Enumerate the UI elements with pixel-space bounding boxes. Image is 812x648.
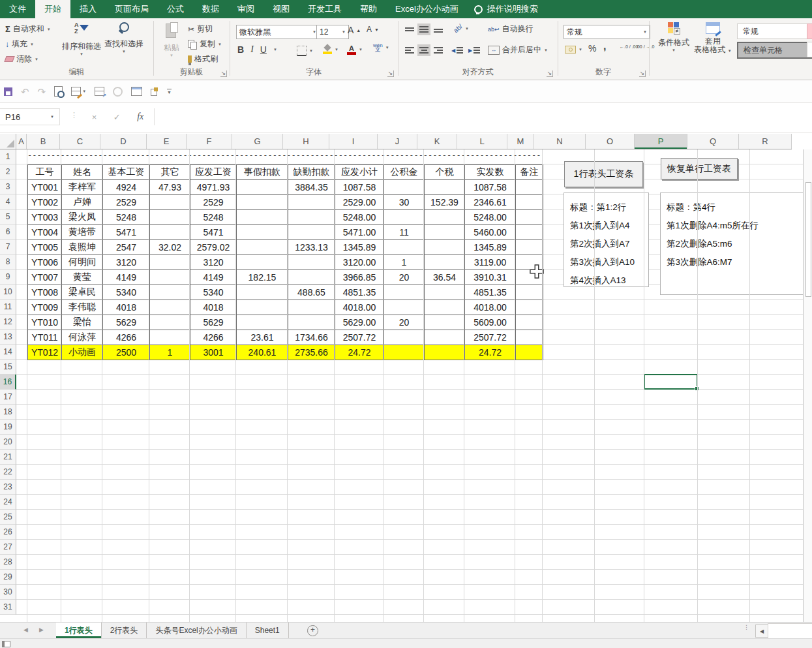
row-header-24[interactable]: 24: [0, 495, 16, 510]
column-header-H[interactable]: H: [283, 134, 329, 149]
number-dialog-launcher[interactable]: ↘: [639, 70, 646, 77]
number-format-combo[interactable]: 常规 ▼: [564, 25, 650, 39]
table-cell[interactable]: [516, 240, 543, 255]
table-cell[interactable]: 24.72: [465, 345, 516, 360]
table-cell[interactable]: [237, 180, 288, 195]
row-header-16[interactable]: 16: [0, 375, 16, 390]
table-cell[interactable]: 5471: [190, 225, 237, 240]
table-cell[interactable]: [425, 255, 465, 270]
table-cell[interactable]: [150, 285, 190, 300]
row-header-29[interactable]: 29: [0, 570, 16, 585]
table-cell[interactable]: YT006: [28, 255, 62, 270]
increase-font-button[interactable]: A▲: [348, 25, 361, 35]
sheet-nav-right-icon[interactable]: ▶: [39, 626, 44, 633]
table-cell[interactable]: 3001: [190, 345, 237, 360]
copy-button[interactable]: 复制 ▼: [188, 39, 222, 50]
table-cell[interactable]: 5471.00: [335, 225, 384, 240]
ribbon-tab-审阅[interactable]: 审阅: [228, 0, 263, 18]
column-header-A[interactable]: A: [16, 134, 27, 149]
table-cell[interactable]: YT007: [28, 270, 62, 285]
row-header-28[interactable]: 28: [0, 555, 16, 570]
table-cell[interactable]: [425, 285, 465, 300]
table-cell[interactable]: 应发小计: [335, 165, 384, 180]
align-right-button[interactable]: [432, 44, 445, 56]
column-header-B[interactable]: B: [27, 134, 60, 149]
row-header-8[interactable]: 8: [0, 255, 16, 270]
table-cell[interactable]: 工号: [28, 165, 62, 180]
table-cell[interactable]: [237, 315, 288, 330]
table-cell[interactable]: 4266: [190, 330, 237, 345]
table-cell[interactable]: YT008: [28, 285, 62, 300]
table-cell[interactable]: 23.61: [237, 330, 288, 345]
table-cell[interactable]: 36.54: [425, 270, 465, 285]
table-cell[interactable]: 基本工资: [103, 165, 150, 180]
table-format-tool[interactable]: ▼: [71, 87, 86, 96]
print-preview-icon[interactable]: [54, 86, 63, 97]
table-cell[interactable]: 20: [384, 315, 425, 330]
merge-center-button[interactable]: ↔ 合并后居中 ▼: [488, 44, 548, 55]
row-header-27[interactable]: 27: [0, 540, 16, 555]
table-cell[interactable]: 梁火凤: [62, 210, 103, 225]
table-cell[interactable]: [150, 255, 190, 270]
font-color-button[interactable]: A ▼: [347, 44, 363, 55]
table-cell[interactable]: 黄培带: [62, 225, 103, 240]
undo-icon[interactable]: ↶: [21, 87, 29, 97]
table-cell[interactable]: 4851.35: [465, 285, 516, 300]
tell-me-search[interactable]: 操作说明搜索: [468, 0, 538, 18]
conditional-formatting-button[interactable]: ≠ 条件格式 ▼: [655, 22, 692, 52]
table-cell[interactable]: [237, 300, 288, 315]
insert-function-icon[interactable]: fx: [137, 112, 143, 122]
table-cell[interactable]: 应发工资: [190, 165, 237, 180]
table-cell[interactable]: 2346.61: [465, 195, 516, 210]
row-header-11[interactable]: 11: [0, 300, 16, 315]
table-cell[interactable]: [516, 225, 543, 240]
restore-single-row-table-button[interactable]: 恢复单行工资表: [661, 158, 738, 179]
table-cell[interactable]: [516, 345, 543, 360]
underline-button[interactable]: U: [260, 44, 267, 55]
table-cell[interactable]: 4018: [190, 300, 237, 315]
table-cell[interactable]: 梁卓民: [62, 285, 103, 300]
table-cell[interactable]: 20: [384, 270, 425, 285]
table-cell[interactable]: 2579.02: [190, 240, 237, 255]
table-cell[interactable]: [288, 300, 335, 315]
column-header-F[interactable]: F: [187, 134, 232, 149]
table-cell[interactable]: 182.15: [237, 270, 288, 285]
find-select-button[interactable]: 查找和选择 ▼: [103, 22, 145, 54]
table-cell[interactable]: 3884.35: [288, 180, 335, 195]
ribbon-tab-开发工具[interactable]: 开发工具: [299, 0, 351, 18]
table-cell[interactable]: 3910.31: [465, 270, 516, 285]
table-cell[interactable]: 11: [384, 225, 425, 240]
autosum-button[interactable]: Σ 自动求和 ▼: [5, 23, 51, 35]
table-cell[interactable]: 5460.00: [465, 225, 516, 240]
table-cell[interactable]: 1233.13: [288, 240, 335, 255]
table-cell[interactable]: 1345.89: [335, 240, 384, 255]
table-cell[interactable]: [237, 195, 288, 210]
table-cell[interactable]: 2529.00: [335, 195, 384, 210]
table-cell[interactable]: [237, 240, 288, 255]
table-cell[interactable]: [384, 300, 425, 315]
vertical-scrollbar[interactable]: [804, 149, 812, 622]
table-cell[interactable]: 事假扣款: [237, 165, 288, 180]
table-cell[interactable]: YT004: [28, 225, 62, 240]
table-cell[interactable]: [150, 330, 190, 345]
new-sheet-button[interactable]: +: [307, 625, 318, 636]
row-header-30[interactable]: 30: [0, 585, 16, 600]
table-cell[interactable]: [384, 240, 425, 255]
row-header-6[interactable]: 6: [0, 224, 16, 239]
table-cell[interactable]: 152.39: [425, 195, 465, 210]
sheet-tab-1行表头[interactable]: 1行表头: [56, 623, 102, 638]
formula-bar-splitter[interactable]: ⋮: [70, 111, 78, 119]
align-bottom-button[interactable]: [432, 23, 445, 35]
ribbon-tab-公式[interactable]: 公式: [158, 0, 193, 18]
table-cell[interactable]: [516, 315, 543, 330]
table-cell[interactable]: 4018.00: [465, 300, 516, 315]
table-cell[interactable]: 袁照坤: [62, 240, 103, 255]
row-header-3[interactable]: 3: [0, 179, 16, 194]
table-cell[interactable]: 1087.58: [465, 180, 516, 195]
table-cell[interactable]: [150, 300, 190, 315]
table-cell[interactable]: 488.65: [288, 285, 335, 300]
align-center-button[interactable]: [417, 44, 430, 56]
row-header-25[interactable]: 25: [0, 510, 16, 525]
sheet-tab-头条号Excel办公小动画[interactable]: 头条号Excel办公小动画: [147, 623, 246, 638]
table-cell[interactable]: [425, 240, 465, 255]
